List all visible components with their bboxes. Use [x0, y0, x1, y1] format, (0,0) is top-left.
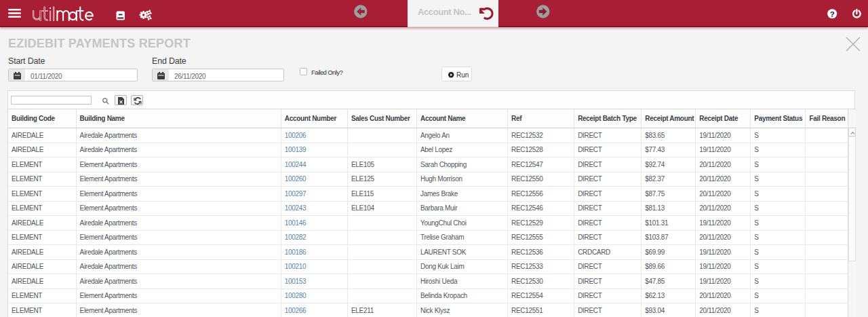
svg-text:?: ?	[830, 10, 835, 18]
